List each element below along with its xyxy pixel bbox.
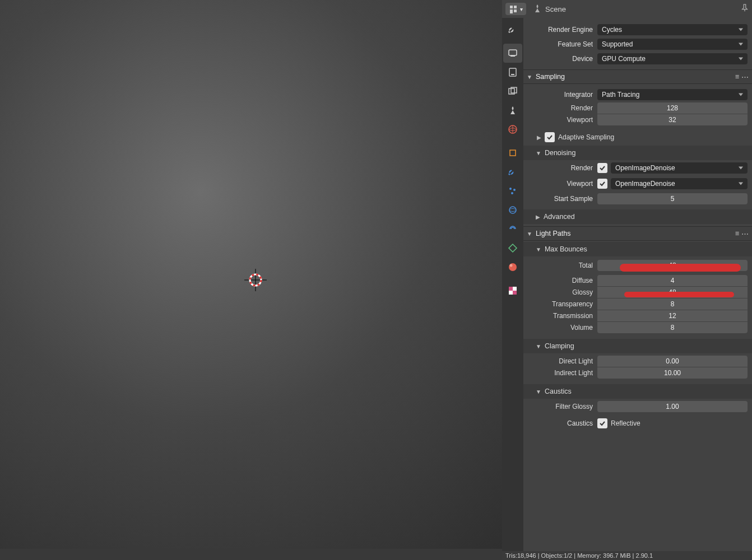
bounces-total-label: Total — [523, 260, 597, 271]
viewport-samples-field[interactable]: 32 — [597, 114, 748, 125]
bounces-total-field[interactable]: 48 — [597, 260, 748, 271]
tab-world[interactable] — [503, 120, 522, 139]
chevron-right-icon[interactable]: ▶ — [537, 134, 541, 141]
scene-icon — [533, 4, 542, 15]
caustics-subpanel-header[interactable]: ▼ Caustics — [523, 384, 752, 399]
svg-point-18 — [511, 192, 513, 194]
tab-data[interactable] — [503, 239, 522, 258]
3d-cursor-gizmo — [244, 269, 267, 291]
tab-particles[interactable] — [503, 181, 522, 200]
menu-icon[interactable]: ⋯ — [741, 73, 749, 81]
annotation-scribble — [624, 292, 734, 297]
3d-viewport[interactable] — [0, 0, 502, 549]
svg-rect-5 — [514, 6, 517, 8]
tab-physics[interactable] — [503, 200, 522, 220]
feature-set-dropdown[interactable]: Supported — [597, 39, 748, 50]
properties-header: ▾ Scene — [502, 0, 752, 18]
maxbounces-subpanel-header[interactable]: ▼ Max Bounces — [523, 242, 752, 256]
bounces-volume-label: Volume — [523, 322, 597, 333]
caustics-label: Caustics — [523, 419, 597, 427]
advanced-subpanel-header[interactable]: ▶ Advanced — [523, 209, 752, 224]
integrator-label: Integrator — [523, 91, 597, 99]
render-engine-label: Render Engine — [523, 26, 597, 34]
chevron-down-icon: ▼ — [536, 343, 541, 349]
svg-rect-4 — [510, 6, 513, 8]
bounces-diffuse-label: Diffuse — [523, 275, 597, 286]
bounces-glossy-label: Glossy — [523, 287, 597, 298]
tab-modifiers[interactable] — [503, 162, 522, 181]
reflective-caustics-label: Reflective — [611, 419, 640, 427]
svg-rect-8 — [509, 50, 517, 55]
adaptive-sampling-label: Adaptive Sampling — [558, 133, 614, 141]
denoise-viewport-checkbox[interactable] — [597, 179, 607, 189]
tab-output[interactable] — [503, 63, 522, 82]
denoising-subpanel-header[interactable]: ▼ Denoising — [523, 146, 752, 160]
preset-icon[interactable]: ≡ — [735, 73, 739, 81]
tab-render[interactable] — [503, 44, 522, 63]
tab-texture[interactable] — [503, 281, 522, 300]
filter-glossy-field[interactable]: 1.00 — [597, 401, 748, 412]
device-dropdown[interactable]: GPU Compute — [597, 53, 748, 64]
render-samples-label: Render — [523, 102, 597, 114]
menu-icon[interactable]: ⋯ — [741, 230, 749, 238]
svg-point-20 — [509, 209, 516, 212]
start-sample-label: Start Sample — [523, 195, 597, 203]
svg-rect-24 — [513, 287, 517, 291]
svg-point-17 — [513, 189, 516, 191]
clamp-direct-field[interactable]: 0.00 — [597, 356, 748, 367]
svg-rect-25 — [509, 291, 513, 295]
svg-point-16 — [509, 188, 512, 190]
svg-rect-26 — [513, 291, 517, 295]
clamping-subpanel-header[interactable]: ▼ Clamping — [523, 339, 752, 353]
pin-icon[interactable] — [741, 4, 749, 14]
bounces-transmission-field[interactable]: 12 — [597, 310, 748, 321]
denoise-render-label: Render — [523, 164, 597, 172]
render-samples-field[interactable]: 128 — [597, 102, 748, 114]
tab-scene[interactable] — [503, 101, 522, 120]
properties-tabs — [502, 0, 523, 560]
tab-constraints[interactable] — [503, 220, 522, 239]
chevron-right-icon: ▶ — [536, 214, 540, 220]
preset-icon[interactable]: ≡ — [735, 230, 739, 238]
denoise-render-checkbox[interactable] — [597, 163, 607, 173]
device-label: Device — [523, 55, 597, 63]
status-bar: Tris:18,946 | Objects:1/2 | Memory: 396.… — [502, 551, 752, 560]
feature-set-label: Feature Set — [523, 40, 597, 48]
bounces-volume-field[interactable]: 8 — [597, 322, 748, 333]
breadcrumb: Scene — [545, 5, 566, 13]
editor-type-dropdown[interactable]: ▾ — [505, 3, 526, 15]
bounces-transparency-label: Transparency — [523, 298, 597, 310]
tab-object[interactable] — [503, 143, 522, 162]
lightpaths-panel-header[interactable]: ▼ Light Paths ≡⋯ — [523, 226, 752, 241]
reflective-caustics-checkbox[interactable] — [597, 418, 607, 428]
tab-tool[interactable] — [503, 20, 522, 39]
tab-material[interactable] — [503, 258, 522, 277]
render-engine-dropdown[interactable]: Cycles — [597, 24, 748, 35]
svg-rect-11 — [511, 74, 514, 75]
clamp-indirect-field[interactable]: 10.00 — [597, 367, 748, 379]
svg-point-22 — [510, 264, 513, 267]
adaptive-sampling-checkbox[interactable] — [545, 132, 555, 142]
svg-point-3 — [250, 274, 261, 286]
svg-point-2 — [250, 274, 261, 286]
chevron-down-icon: ▼ — [527, 74, 532, 80]
denoise-viewport-label: Viewport — [523, 180, 597, 188]
bounces-transmission-label: Transmission — [523, 310, 597, 321]
bounces-diffuse-field[interactable]: 4 — [597, 275, 748, 286]
bounces-glossy-field[interactable]: 48 — [597, 287, 748, 298]
svg-rect-6 — [510, 10, 513, 13]
viewport-samples-label: Viewport — [523, 114, 597, 125]
chevron-down-icon: ▼ — [536, 150, 541, 156]
start-sample-field[interactable]: 5 — [597, 193, 748, 204]
tab-viewlayer[interactable] — [503, 82, 522, 101]
bounces-transparency-field[interactable]: 8 — [597, 298, 748, 310]
integrator-dropdown[interactable]: Path Tracing — [597, 89, 748, 100]
sampling-panel-header[interactable]: ▼ Sampling ≡⋯ — [523, 69, 752, 84]
denoise-render-dropdown[interactable]: OpenImageDenoise — [611, 162, 748, 174]
annotation-scribble — [620, 264, 741, 272]
clamp-direct-label: Direct Light — [523, 356, 597, 367]
clamp-indirect-label: Indirect Light — [523, 367, 597, 379]
svg-point-19 — [509, 207, 516, 213]
filter-glossy-label: Filter Glossy — [523, 401, 597, 412]
denoise-viewport-dropdown[interactable]: OpenImageDenoise — [611, 178, 748, 189]
